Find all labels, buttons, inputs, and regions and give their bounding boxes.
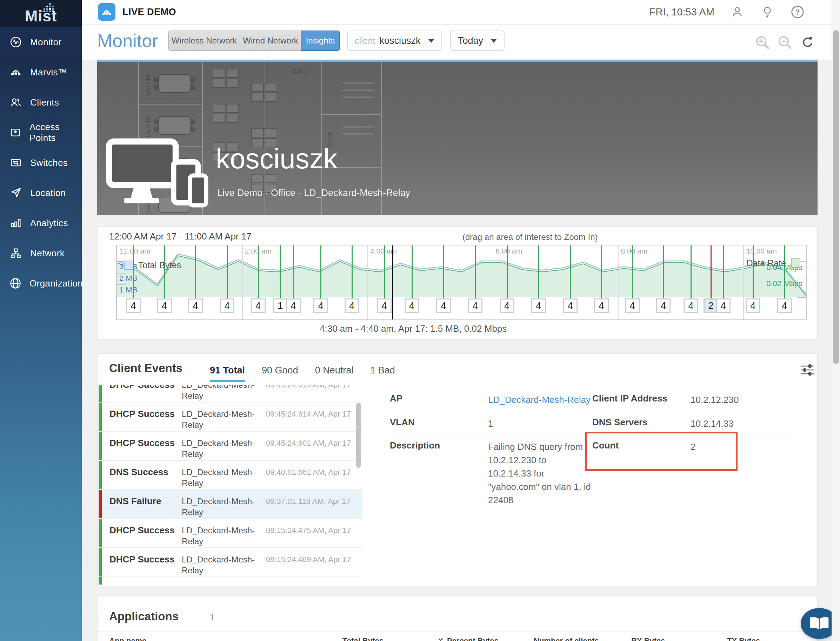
event-filter-settings-icon[interactable] <box>799 363 816 378</box>
event-filter-bad[interactable]: 1 Bad <box>370 365 395 382</box>
event-count-box[interactable]: 4 <box>405 298 419 313</box>
sidebar-nav: MonitorMarvis™ClientsAccess PointsSwitch… <box>0 27 82 298</box>
mist-logo[interactable]: Mist <box>0 0 82 27</box>
event-name: DHCP Success <box>102 548 182 577</box>
sidebar-item-label: Switches <box>30 158 68 168</box>
selection-line[interactable] <box>392 245 393 319</box>
client-selector-value: kosciuszk <box>379 35 420 46</box>
event-mark-line <box>723 245 724 298</box>
zoom-in-icon[interactable] <box>754 34 771 50</box>
page-scrollbar-thumb[interactable] <box>833 30 839 364</box>
event-count-box[interactable]: 4 <box>188 298 203 313</box>
event-row-dns-failure[interactable]: DNS FailureLD_Deckard-Mesh-Relay09:37:01… <box>99 490 362 519</box>
sidebar-item-analytics[interactable]: Analytics <box>0 208 82 238</box>
client-selector-label: client <box>355 36 375 46</box>
event-count-box[interactable]: 4 <box>594 298 609 313</box>
help-icon[interactable]: ? <box>790 5 805 19</box>
column-header-percent-bytes[interactable]: Percent Bytes <box>437 636 499 641</box>
event-count-box[interactable]: 4 <box>656 298 670 313</box>
event-count-box[interactable]: 4 <box>468 298 483 313</box>
event-filter-neutral[interactable]: 0 Neutral <box>315 365 354 382</box>
event-ap: LD_Deckard-Mesh-Relay <box>182 432 266 460</box>
event-count-box[interactable]: 4 <box>377 298 392 313</box>
drag-zoom-hint: (drag an area of interest to Zoom In) <box>462 232 598 242</box>
page-scrollbar <box>832 0 840 641</box>
column-header-app-name[interactable]: App name <box>109 636 146 641</box>
clock: FRI, 10:53 AM <box>649 6 714 18</box>
event-list-viewport: DHCP SuccessLD_Deckard-Mesh-Relay09:45:2… <box>99 385 362 585</box>
org-switcher[interactable]: LIVE DEMO <box>98 3 176 21</box>
sidebar-item-clients[interactable]: Clients <box>0 87 82 118</box>
refresh-icon[interactable] <box>799 34 816 50</box>
event-row-dns-success[interactable]: DNS SuccessLD_Deckard-Mesh-Relay09:40:01… <box>99 461 362 490</box>
sidebar-item-monitor[interactable]: Monitor <box>0 27 82 57</box>
hour-gridline <box>367 245 368 319</box>
event-count-box[interactable]: 4 <box>563 298 578 313</box>
tab-insights[interactable]: Insights <box>301 31 340 51</box>
zoom-out-icon[interactable] <box>777 34 793 50</box>
event-mark-line <box>691 245 691 298</box>
event-filter-good[interactable]: 90 Good <box>262 365 298 382</box>
event-count-box[interactable]: 4 <box>625 298 640 313</box>
whats-new-bulb-icon[interactable] <box>760 5 775 19</box>
column-header-rx-bytes[interactable]: RX Bytes <box>631 636 665 641</box>
user-icon[interactable] <box>730 5 745 19</box>
bar-chart-icon <box>9 216 23 230</box>
event-count-box[interactable]: 4 <box>531 298 546 313</box>
traffic-chart[interactable]: 12:00 am2:00 am4:00 am6:00 am8:00 am10:0… <box>116 245 807 320</box>
event-count-box[interactable]: 4 <box>126 298 141 313</box>
event-count-box[interactable]: 4 <box>683 298 698 313</box>
event-count-box[interactable]: 4 <box>716 298 730 313</box>
sidebar-item-location[interactable]: Location <box>0 178 82 208</box>
event-filter-total[interactable]: 91 Total <box>210 365 245 382</box>
tab-wired-network[interactable]: Wired Network <box>240 31 301 51</box>
sidebar-item-label: Marvis™ <box>30 67 67 78</box>
event-count-box[interactable]: 4 <box>746 298 760 313</box>
event-count-box[interactable]: 4 <box>344 298 359 313</box>
event-count-box[interactable]: 4 <box>251 298 266 313</box>
event-row-dhcp-success[interactable]: DHCP SuccessLD_Deckard-Mesh-Relay09:45:2… <box>99 432 362 461</box>
event-count-box[interactable]: 4 <box>436 298 451 313</box>
detail-row-vlan: VLAN1 <box>390 411 591 434</box>
sidebar: Mist MonitorMarvis™ClientsAccess PointsS… <box>0 0 82 641</box>
event-count-box[interactable]: 4 <box>286 298 301 313</box>
event-count-box[interactable]: 1 <box>273 298 288 313</box>
event-row-dhcp-success[interactable]: DHCP SuccessLD_Deckard-Mesh-Relay09:15:2… <box>99 548 362 577</box>
event-row-dhcp-success[interactable]: DHCP SuccessLD_Deckard-Mesh-Relay09:45:2… <box>99 403 362 432</box>
event-row-dhcp-success[interactable]: DHCP SuccessLD_Deckard-Mesh-Relay09:15:2… <box>99 519 362 548</box>
detail-row-client-ip-address: Client IP Address10.2.12.230 <box>592 388 794 411</box>
event-row[interactable] <box>99 577 362 585</box>
time-range-selector[interactable]: Today <box>450 31 504 51</box>
hero-accent-bar <box>97 60 817 62</box>
right-axis-tick <box>797 297 806 298</box>
event-timestamp: 09:15:24.475 AM, Apr 17 <box>266 519 362 548</box>
column-header-tx-bytes[interactable]: TX Bytes <box>727 636 760 641</box>
event-status-bar <box>99 432 102 460</box>
event-status-bar <box>99 490 102 518</box>
sidebar-item-organization[interactable]: Organization <box>0 268 82 298</box>
sidebar-item-marvis[interactable]: Marvis™ <box>0 57 82 87</box>
event-count-box[interactable]: 4 <box>220 298 234 313</box>
sidebar-item-network[interactable]: Network <box>0 238 82 268</box>
column-header-number-of-clients[interactable]: Number of clients <box>534 636 599 641</box>
event-row-dhcp-success[interactable]: DHCP SuccessLD_Deckard-Mesh-Relay09:45:2… <box>99 385 362 403</box>
switch-icon <box>9 156 23 169</box>
event-list-scrollbar[interactable] <box>356 403 361 468</box>
sidebar-item-access-points[interactable]: Access Points <box>0 118 82 148</box>
detail-value-link[interactable]: LD_Deckard-Mesh-Relay <box>488 393 591 411</box>
event-name: DNS Success <box>102 461 182 489</box>
sidebar-item-label: Organization <box>29 278 83 289</box>
time-range-label: 12:00 AM Apr 17 - 11:00 AM Apr 17 <box>109 231 252 242</box>
event-status-bar <box>99 385 102 402</box>
event-mark-line <box>258 245 259 298</box>
hour-gridline <box>493 245 493 319</box>
sidebar-item-switches[interactable]: Switches <box>0 148 82 178</box>
event-count-box[interactable]: 4 <box>313 298 328 313</box>
left-axis-tick <box>117 284 126 285</box>
event-count-box[interactable]: 4 <box>777 298 792 313</box>
column-header-total-bytes[interactable]: Total Bytes <box>342 636 383 641</box>
tab-wireless-network[interactable]: Wireless Network <box>168 31 240 51</box>
event-count-box[interactable]: 4 <box>157 298 172 313</box>
event-count-box[interactable]: 4 <box>500 298 514 313</box>
client-selector[interactable]: client kosciuszk <box>347 31 442 51</box>
